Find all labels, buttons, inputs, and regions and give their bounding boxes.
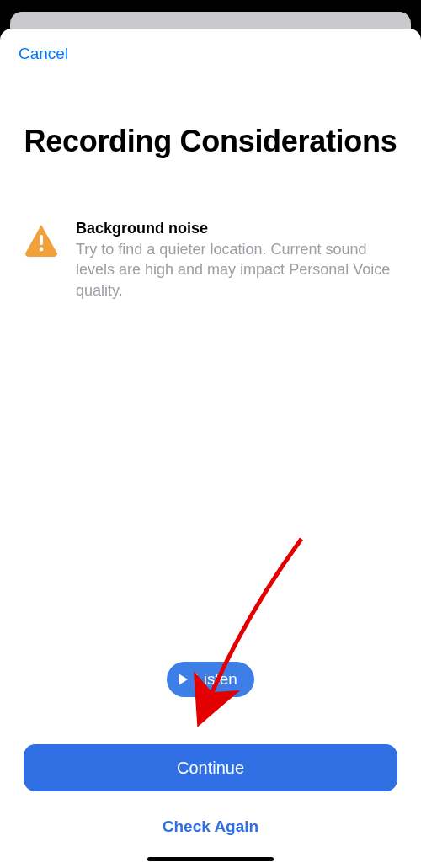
consideration-row: Background noise Try to find a quieter l… [24,220,397,301]
modal-sheet: Cancel Recording Considerations Backgrou… [0,29,421,868]
svg-rect-0 [40,235,43,245]
content-area: Recording Considerations Background nois… [0,79,421,868]
consideration-heading: Background noise [76,220,397,237]
consideration-text: Background noise Try to find a quieter l… [76,220,397,301]
listen-button[interactable]: Listen [167,662,254,697]
svg-point-1 [40,248,44,252]
cancel-button[interactable]: Cancel [19,45,68,63]
nav-bar: Cancel [0,29,421,79]
continue-button[interactable]: Continue [24,744,397,791]
considerations-list: Background noise Try to find a quieter l… [24,220,397,301]
consideration-body: Try to find a quieter location. Current … [76,239,397,301]
home-indicator [147,857,274,861]
play-icon [179,674,188,685]
page-title: Recording Considerations [24,123,397,159]
warning-triangle-icon [24,223,59,257]
check-again-button[interactable]: Check Again [24,803,397,850]
listen-label: Listen [195,670,237,689]
